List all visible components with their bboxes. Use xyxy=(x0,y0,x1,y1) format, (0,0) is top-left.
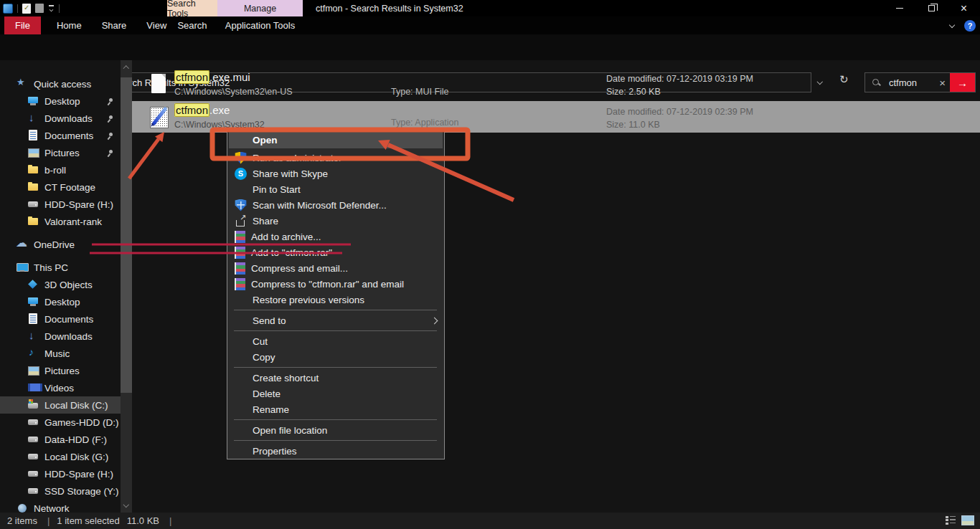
menu-separator xyxy=(234,419,437,420)
contextual-tab-search-tools[interactable]: Search Tools xyxy=(167,0,217,16)
explorer-window-icon xyxy=(3,4,13,14)
ribbon-tab-application-tools[interactable]: Application Tools xyxy=(217,16,303,34)
large-icons-view-icon[interactable] xyxy=(961,515,974,525)
picture-icon xyxy=(27,365,39,376)
winrar-icon xyxy=(235,278,245,290)
sidebar-item-documents-pc[interactable]: Documents xyxy=(0,310,121,328)
new-folder-icon[interactable] xyxy=(35,4,44,13)
file-row-ctfmon-exe-selected[interactable]: ctfmon.exe C:\Windows\System32 Type: App… xyxy=(132,101,980,133)
skype-icon xyxy=(235,168,247,180)
properties-check-icon[interactable] xyxy=(22,4,31,14)
pin-icon xyxy=(107,97,115,105)
menu-item-share[interactable]: Share xyxy=(227,213,444,229)
status-selection-size: 11.0 KB xyxy=(127,515,159,526)
menu-item-compress-and-email[interactable]: Compress and email... xyxy=(227,260,444,276)
menu-item-pin-to-start[interactable]: Pin to Start xyxy=(227,181,444,197)
ribbon-tab-file[interactable]: File xyxy=(4,16,41,34)
menu-item-add-to-ctfmon-rar[interactable]: Add to "ctfmon.rar" xyxy=(227,244,444,260)
sidebar-item-onedrive[interactable]: OneDrive xyxy=(0,236,121,253)
menu-item-compress-to-ctfmon-rar-and-email[interactable]: Compress to "ctfmon.rar" and email xyxy=(227,276,444,292)
sidebar-item-downloads[interactable]: Downloads xyxy=(0,110,121,127)
sidebar-item-hdd-spare-h[interactable]: HDD-Spare (H:) xyxy=(0,465,121,482)
menu-item-cut[interactable]: Cut xyxy=(227,333,444,349)
sidebar-item-b-roll[interactable]: b-roll xyxy=(0,161,121,178)
restore-icon xyxy=(928,5,935,11)
drive-icon xyxy=(27,468,39,480)
menu-item-copy[interactable]: Copy xyxy=(227,349,444,365)
menu-item-rename[interactable]: Rename xyxy=(227,401,444,417)
sidebar-item-local-disk-g[interactable]: Local Disk (G:) xyxy=(0,448,121,465)
sidebar-item-3d-objects[interactable]: 3D Objects xyxy=(0,276,121,293)
pin-icon xyxy=(107,132,115,140)
sidebar-item-valorant-rank[interactable]: Valorant-rank xyxy=(0,213,121,230)
file-name: ctfmon.exe.mui xyxy=(174,71,250,83)
menu-item-create-shortcut[interactable]: Create shortcut xyxy=(227,370,444,386)
close-button[interactable]: × xyxy=(948,0,980,16)
sidebar-item-pictures-pc[interactable]: Pictures xyxy=(0,362,121,379)
sidebar-item-network[interactable]: Network xyxy=(0,500,121,513)
status-bar: 2 items | 1 item selected 11.0 KB | xyxy=(0,513,980,529)
menu-item-delete[interactable]: Delete xyxy=(227,386,444,401)
menu-item-properties[interactable]: Properties xyxy=(227,443,444,459)
document-icon xyxy=(27,130,39,141)
sidebar-item-hdd-spare[interactable]: HDD-Spare (H:) xyxy=(0,196,121,213)
pen-glyph xyxy=(151,107,167,126)
sidebar-item-quick-access[interactable]: Quick access xyxy=(0,75,121,92)
ribbon-collapse-chevron-icon[interactable] xyxy=(949,22,956,29)
folder-icon xyxy=(27,181,39,193)
sidebar-item-data-hdd-f[interactable]: Data-HDD (F:) xyxy=(0,431,121,448)
help-icon[interactable]: ? xyxy=(964,20,976,32)
menu-item-restore-previous-versions[interactable]: Restore previous versions xyxy=(227,292,444,308)
scroll-up-chevron-icon[interactable] xyxy=(123,65,129,70)
no-icon xyxy=(235,372,247,384)
no-icon xyxy=(235,388,247,400)
sidebar-item-videos[interactable]: Videos xyxy=(0,379,121,396)
sidebar-item-pictures[interactable]: Pictures xyxy=(0,144,121,161)
contextual-tab-manage[interactable]: Manage xyxy=(217,0,303,16)
share-icon xyxy=(235,215,247,227)
scrollbar-thumb[interactable] xyxy=(121,77,132,393)
winrar-icon xyxy=(235,231,245,243)
scroll-down-chevron-icon[interactable] xyxy=(123,502,129,508)
pin-icon xyxy=(107,149,115,157)
customize-toolbar-chevron-icon[interactable] xyxy=(48,5,55,11)
sidebar-item-desktop[interactable]: Desktop xyxy=(0,92,121,110)
menu-item-scan-with-defender[interactable]: Scan with Microsoft Defender... xyxy=(227,197,444,213)
sidebar-item-ct-footage[interactable]: CT Footage xyxy=(0,178,121,196)
menu-separator xyxy=(234,330,437,331)
details-view-icon[interactable] xyxy=(946,515,956,525)
file-type: Type: Application xyxy=(391,118,459,128)
sidebar-item-downloads-pc[interactable]: Downloads xyxy=(0,328,121,345)
sidebar-item-local-disk-c[interactable]: Local Disk (C:) xyxy=(0,396,121,414)
menu-item-run-as-administrator[interactable]: Run as administrator xyxy=(227,150,444,166)
windows-drive-icon xyxy=(27,399,39,411)
computer-icon xyxy=(17,262,28,273)
menu-item-share-with-skype[interactable]: Share with Skype xyxy=(227,166,444,181)
sidebar-scrollbar[interactable] xyxy=(121,60,132,513)
cube-icon xyxy=(27,279,39,290)
ribbon-tab-search[interactable]: Search xyxy=(167,16,217,34)
file-date-modified: Date modified: 07-12-2019 02:39 PM xyxy=(606,107,753,117)
sidebar-item-games-hdd-d[interactable]: Games-HDD (D:) xyxy=(0,414,121,431)
status-divider: | xyxy=(169,515,171,526)
file-row-ctfmon-exe-mui[interactable]: ctfmon.exe.mui C:\Windows\System32\en-US… xyxy=(132,68,980,100)
ribbon-tab-share[interactable]: Share xyxy=(92,16,137,34)
menu-item-add-to-archive[interactable]: Add to archive... xyxy=(227,229,444,244)
sidebar-item-music[interactable]: Music xyxy=(0,345,121,362)
sidebar-item-this-pc[interactable]: This PC xyxy=(0,259,121,276)
picture-icon xyxy=(27,147,39,158)
menu-item-open[interactable]: Open xyxy=(229,131,443,148)
defender-shield-icon xyxy=(235,199,247,211)
minimize-button[interactable] xyxy=(883,0,915,16)
file-name: ctfmon.exe xyxy=(174,104,230,116)
ribbon-tab-home[interactable]: Home xyxy=(47,16,92,34)
menu-item-send-to[interactable]: Send to xyxy=(227,313,444,328)
sidebar-item-documents[interactable]: Documents xyxy=(0,127,121,144)
no-icon xyxy=(235,315,247,327)
restore-button[interactable] xyxy=(915,0,948,16)
sidebar-item-desktop-pc[interactable]: Desktop xyxy=(0,293,121,310)
menu-item-open-file-location[interactable]: Open file location xyxy=(227,422,444,438)
monitor-icon xyxy=(27,95,39,107)
mui-file-icon xyxy=(149,73,169,95)
sidebar-item-ssd-storage-y[interactable]: SSD Storage (Y:) xyxy=(0,482,121,500)
